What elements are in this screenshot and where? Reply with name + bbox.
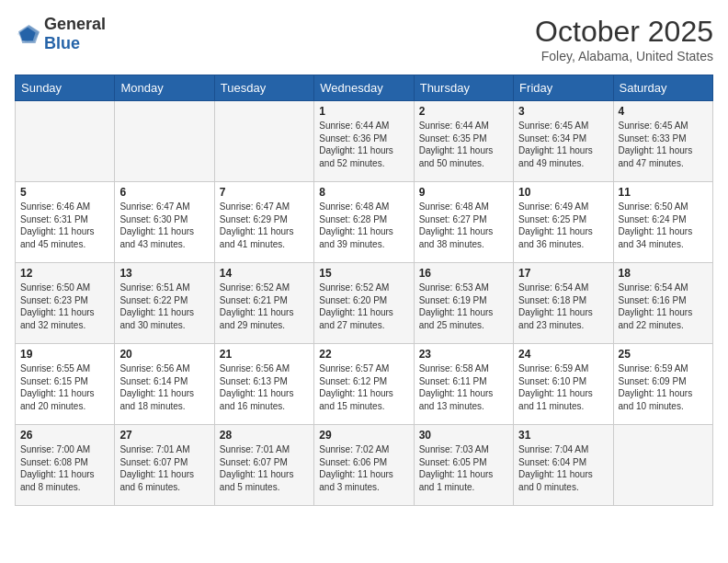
day-cell: 1Sunrise: 6:44 AMSunset: 6:36 PMDaylight… — [314, 101, 414, 182]
day-info: Sunrise: 6:54 AMSunset: 6:18 PMDaylight:… — [518, 282, 608, 331]
day-cell: 12Sunrise: 6:50 AMSunset: 6:23 PMDayligh… — [16, 263, 115, 344]
week-row-3: 12Sunrise: 6:50 AMSunset: 6:23 PMDayligh… — [16, 263, 713, 344]
day-cell: 20Sunrise: 6:56 AMSunset: 6:14 PMDayligh… — [115, 344, 214, 425]
day-number: 25 — [619, 348, 708, 361]
day-header-tuesday: Tuesday — [214, 75, 313, 101]
day-cell: 25Sunrise: 6:59 AMSunset: 6:09 PMDayligh… — [613, 344, 712, 425]
day-cell: 10Sunrise: 6:49 AMSunset: 6:25 PMDayligh… — [514, 182, 613, 263]
day-cell — [16, 101, 115, 182]
day-cell: 17Sunrise: 6:54 AMSunset: 6:18 PMDayligh… — [514, 263, 613, 344]
day-cell: 14Sunrise: 6:52 AMSunset: 6:21 PMDayligh… — [214, 263, 313, 344]
day-info: Sunrise: 6:45 AMSunset: 6:33 PMDaylight:… — [619, 120, 708, 169]
day-cell: 29Sunrise: 7:02 AMSunset: 6:06 PMDayligh… — [314, 425, 414, 506]
day-info: Sunrise: 6:52 AMSunset: 6:21 PMDaylight:… — [220, 282, 309, 331]
day-cell: 26Sunrise: 7:00 AMSunset: 6:08 PMDayligh… — [16, 425, 115, 506]
day-number: 4 — [619, 105, 708, 118]
location-title: Foley, Alabama, United States — [535, 49, 713, 63]
day-cell: 15Sunrise: 6:52 AMSunset: 6:20 PMDayligh… — [314, 263, 414, 344]
day-info: Sunrise: 6:59 AMSunset: 6:09 PMDaylight:… — [619, 362, 708, 412]
day-info: Sunrise: 6:44 AMSunset: 6:36 PMDaylight:… — [319, 120, 408, 169]
day-cell: 11Sunrise: 6:50 AMSunset: 6:24 PMDayligh… — [613, 182, 712, 263]
day-number: 30 — [419, 429, 508, 442]
day-cell: 18Sunrise: 6:54 AMSunset: 6:16 PMDayligh… — [613, 263, 712, 344]
day-number: 10 — [518, 186, 608, 199]
day-cell: 16Sunrise: 6:53 AMSunset: 6:19 PMDayligh… — [414, 263, 513, 344]
day-cell — [214, 101, 313, 182]
day-cell: 7Sunrise: 6:47 AMSunset: 6:29 PMDaylight… — [214, 182, 313, 263]
week-row-4: 19Sunrise: 6:55 AMSunset: 6:15 PMDayligh… — [16, 344, 713, 425]
day-number: 22 — [319, 348, 408, 361]
day-info: Sunrise: 6:49 AMSunset: 6:25 PMDaylight:… — [518, 201, 608, 250]
day-header-saturday: Saturday — [613, 75, 712, 101]
header-row: SundayMondayTuesdayWednesdayThursdayFrid… — [16, 75, 713, 101]
calendar-table: SundayMondayTuesdayWednesdayThursdayFrid… — [15, 75, 713, 506]
day-info: Sunrise: 7:03 AMSunset: 6:05 PMDaylight:… — [419, 443, 508, 493]
logo-blue: Blue — [44, 34, 80, 52]
day-cell: 30Sunrise: 7:03 AMSunset: 6:05 PMDayligh… — [414, 425, 513, 506]
day-cell — [613, 425, 712, 506]
day-cell: 3Sunrise: 6:45 AMSunset: 6:34 PMDaylight… — [514, 101, 613, 182]
day-info: Sunrise: 6:45 AMSunset: 6:34 PMDaylight:… — [518, 120, 608, 169]
day-header-monday: Monday — [115, 75, 214, 101]
day-info: Sunrise: 6:47 AMSunset: 6:30 PMDaylight:… — [119, 201, 209, 250]
day-cell: 19Sunrise: 6:55 AMSunset: 6:15 PMDayligh… — [16, 344, 115, 425]
day-number: 28 — [220, 429, 309, 442]
day-number: 27 — [119, 429, 209, 442]
day-info: Sunrise: 7:02 AMSunset: 6:06 PMDaylight:… — [319, 443, 408, 493]
day-info: Sunrise: 6:58 AMSunset: 6:11 PMDaylight:… — [419, 362, 508, 412]
day-number: 6 — [119, 186, 209, 199]
day-cell: 21Sunrise: 6:56 AMSunset: 6:13 PMDayligh… — [214, 344, 313, 425]
day-cell: 2Sunrise: 6:44 AMSunset: 6:35 PMDaylight… — [414, 101, 513, 182]
week-row-1: 1Sunrise: 6:44 AMSunset: 6:36 PMDaylight… — [16, 101, 713, 182]
logo-icon — [15, 25, 40, 43]
day-cell: 9Sunrise: 6:48 AMSunset: 6:27 PMDaylight… — [414, 182, 513, 263]
day-info: Sunrise: 6:52 AMSunset: 6:20 PMDaylight:… — [319, 282, 408, 331]
day-info: Sunrise: 6:53 AMSunset: 6:19 PMDaylight:… — [419, 282, 508, 331]
day-number: 15 — [319, 267, 408, 280]
day-cell: 22Sunrise: 6:57 AMSunset: 6:12 PMDayligh… — [314, 344, 414, 425]
day-header-wednesday: Wednesday — [314, 75, 414, 101]
day-info: Sunrise: 7:01 AMSunset: 6:07 PMDaylight:… — [119, 443, 209, 493]
day-number: 26 — [20, 429, 109, 442]
day-number: 24 — [518, 348, 608, 361]
logo-text: General Blue — [44, 15, 106, 53]
day-number: 17 — [518, 267, 608, 280]
day-cell: 4Sunrise: 6:45 AMSunset: 6:33 PMDaylight… — [613, 101, 712, 182]
day-number: 7 — [220, 186, 309, 199]
day-info: Sunrise: 6:55 AMSunset: 6:15 PMDaylight:… — [20, 362, 109, 412]
title-block: October 2025 Foley, Alabama, United Stat… — [535, 15, 713, 63]
day-info: Sunrise: 7:01 AMSunset: 6:07 PMDaylight:… — [220, 443, 309, 493]
day-number: 19 — [20, 348, 109, 361]
day-info: Sunrise: 6:54 AMSunset: 6:16 PMDaylight:… — [619, 282, 708, 331]
day-header-thursday: Thursday — [414, 75, 513, 101]
logo-general: General — [44, 15, 106, 33]
day-number: 3 — [518, 105, 608, 118]
day-number: 9 — [419, 186, 508, 199]
day-info: Sunrise: 6:56 AMSunset: 6:14 PMDaylight:… — [119, 362, 209, 412]
day-number: 13 — [119, 267, 209, 280]
day-cell: 13Sunrise: 6:51 AMSunset: 6:22 PMDayligh… — [115, 263, 214, 344]
day-info: Sunrise: 6:51 AMSunset: 6:22 PMDaylight:… — [119, 282, 209, 331]
day-number: 8 — [319, 186, 408, 199]
day-info: Sunrise: 6:47 AMSunset: 6:29 PMDaylight:… — [220, 201, 309, 250]
day-info: Sunrise: 6:50 AMSunset: 6:23 PMDaylight:… — [20, 282, 109, 331]
month-title: October 2025 — [535, 15, 713, 49]
day-number: 29 — [319, 429, 408, 442]
day-info: Sunrise: 6:56 AMSunset: 6:13 PMDaylight:… — [220, 362, 309, 412]
day-number: 20 — [119, 348, 209, 361]
day-info: Sunrise: 6:46 AMSunset: 6:31 PMDaylight:… — [20, 201, 109, 250]
day-header-friday: Friday — [514, 75, 613, 101]
day-number: 14 — [220, 267, 309, 280]
day-info: Sunrise: 6:48 AMSunset: 6:27 PMDaylight:… — [419, 201, 508, 250]
day-number: 23 — [419, 348, 508, 361]
day-info: Sunrise: 6:50 AMSunset: 6:24 PMDaylight:… — [619, 201, 708, 250]
day-cell: 31Sunrise: 7:04 AMSunset: 6:04 PMDayligh… — [514, 425, 613, 506]
day-info: Sunrise: 7:00 AMSunset: 6:08 PMDaylight:… — [20, 443, 109, 493]
day-number: 2 — [419, 105, 508, 118]
day-number: 12 — [20, 267, 109, 280]
page-header: General Blue October 2025 Foley, Alabama… — [15, 15, 713, 63]
day-number: 16 — [419, 267, 508, 280]
day-info: Sunrise: 6:59 AMSunset: 6:10 PMDaylight:… — [518, 362, 608, 412]
day-cell: 23Sunrise: 6:58 AMSunset: 6:11 PMDayligh… — [414, 344, 513, 425]
day-number: 31 — [518, 429, 608, 442]
